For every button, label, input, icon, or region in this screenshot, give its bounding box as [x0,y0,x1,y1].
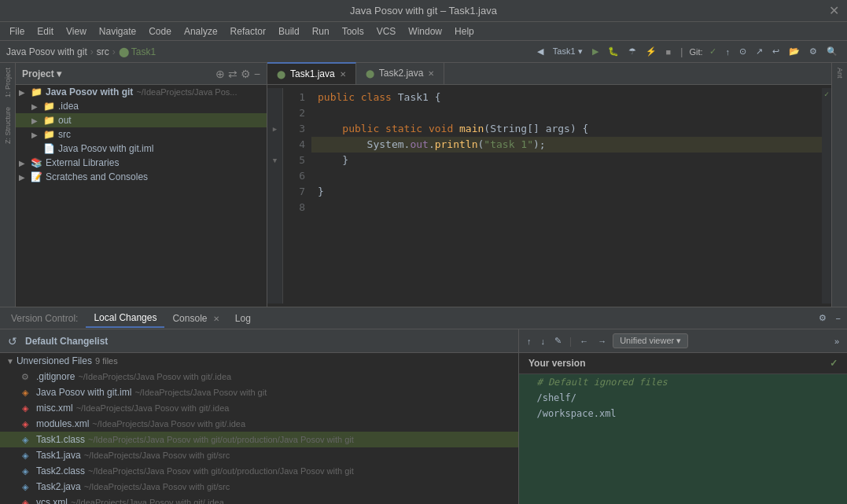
tab-close-task2[interactable]: ✕ [428,69,434,78]
ant-label[interactable]: Ant [834,63,845,83]
project-panel-title[interactable]: Project ▾ [22,68,61,79]
menu-tools[interactable]: Tools [336,24,370,39]
menu-help[interactable]: Help [448,24,481,39]
search-button[interactable]: 🔍 [823,45,841,58]
add-panel-icon[interactable]: ⊕ [215,68,225,80]
code-line-2 [311,105,822,121]
run-button[interactable]: ▶ [589,45,602,58]
right-strip: Ant [831,63,847,307]
profile-button[interactable]: ⚡ [643,45,660,58]
file-vcs-xml[interactable]: ◈ vcs.xml ~/IdeaProjects/Java Posov with… [0,495,518,504]
debug-button[interactable]: 🐛 [605,45,622,58]
code-line-8 [311,200,822,215]
code-line-6 [311,168,822,184]
menu-build[interactable]: Build [272,24,306,39]
git-check[interactable]: ✓ [706,45,720,58]
unversioned-header[interactable]: ▼ Unversioned Files 9 files [0,353,518,369]
vc-content: ↺ Default Changelist ▼ Unversioned Files… [0,329,847,504]
git-push[interactable]: ↗ [753,45,766,58]
close-button[interactable]: ✕ [829,3,839,18]
breadcrumb-src[interactable]: src [97,46,109,57]
code-content[interactable]: public class Task1 { public static void … [311,88,822,304]
file-tree: ▶ 📁 Java Posov with git ~/IdeaProjects/J… [16,85,267,307]
file-misc-xml[interactable]: ◈ misc.xml ~/IdeaProjects/Java Posov wit… [0,400,518,416]
back-button[interactable]: ◀ [534,45,547,58]
tab-task2[interactable]: ⬤ Task2.java ✕ [356,62,445,84]
task-dropdown[interactable]: Task1 ▾ [550,45,586,58]
file-gitignore[interactable]: ⚙ .gitignore ~/IdeaProjects/Java Posov w… [0,369,518,384]
menu-file[interactable]: File [3,24,31,39]
vc-minimize-btn[interactable]: − [833,311,844,325]
menu-edit[interactable]: Edit [31,24,60,39]
file-task2-class[interactable]: ◈ Task2.class ~/IdeaProjects/Java Posov … [0,463,518,479]
vc-tab-version-control[interactable]: Version Control: [3,310,86,327]
menu-vcs[interactable]: VCS [370,24,403,39]
file-modules-xml[interactable]: ◈ modules.xml ~/IdeaProjects/Java Posov … [0,416,518,432]
menu-view[interactable]: View [60,24,93,39]
tab-task1[interactable]: ⬤ Task1.java ✕ [267,62,356,84]
diff-next-btn[interactable]: → [595,335,609,348]
diff-version-header: Your version ✓ [519,353,847,374]
tree-out[interactable]: ▶ 📁 out [16,113,267,127]
menu-analyze[interactable]: Analyze [178,24,224,39]
file-gitignore-icon: ⚙ [19,370,31,383]
scroll-gutter: ✓ [822,88,831,304]
tree-iml[interactable]: ▶ 📄 Java Posov with git.iml [16,142,267,156]
project-panel-label[interactable]: 1: Project [2,63,13,102]
diff-up-btn[interactable]: ↑ [524,335,535,348]
editor-area: ⬤ Task1.java ✕ ⬤ Task2.java ✕ ▶ ▼ [267,63,831,307]
console-close-icon[interactable]: ✕ [213,315,219,323]
diff-line-3: /workspace.xml [519,406,847,421]
sync-panel-icon[interactable]: ⇄ [228,68,238,80]
tree-ext-libs[interactable]: ▶ 📚 External Libraries [16,156,267,170]
menu-refactor[interactable]: Refactor [224,24,272,39]
settings-panel-icon[interactable]: ⚙ [241,68,251,80]
tab-close-task1[interactable]: ✕ [340,70,346,79]
vc-tab-console[interactable]: Console ✕ [164,310,226,327]
git-undo[interactable]: ↩ [769,45,783,58]
unversioned-count: 9 files [95,356,118,366]
menu-code[interactable]: Code [142,24,178,39]
code-editor[interactable]: ▶ ▼ 1 2 3 4 5 6 7 8 public class Task1 { [267,85,831,307]
tree-scratches-arrow: ▶ [19,173,28,182]
coverage-button[interactable]: ☂ [625,45,639,58]
tree-root[interactable]: ▶ 📁 Java Posov with git ~/IdeaProjects/J… [16,85,267,99]
file-iml[interactable]: ◈ Java Posov with git.iml ~/IdeaProjects… [0,384,518,400]
window-title: Java Posov with git – Task1.java [350,5,497,17]
line-numbers: 1 2 3 4 5 6 7 8 [283,88,311,304]
vc-tab-local-changes[interactable]: Local Changes [86,309,164,328]
code-gutter: ▶ ▼ [267,88,283,304]
git-commit[interactable]: ⊙ [736,45,749,58]
diff-toolbar: ↑ ↓ ✎ | ← → Unified viewer ▾ » [519,329,847,353]
unversioned-label: Unversioned Files [17,355,92,366]
git-shelf[interactable]: 📂 [786,45,803,58]
code-line-1: public class Task1 { [311,90,822,105]
file-task1-class[interactable]: ◈ Task1.class ~/IdeaProjects/Java Posov … [0,432,518,447]
minimize-panel-icon[interactable]: − [254,68,260,80]
stop-button[interactable]: ■ [663,46,675,58]
diff-edit-btn[interactable]: ✎ [551,334,565,348]
file-task2-java[interactable]: ◈ Task2.java ~/IdeaProjects/Java Posov w… [0,479,518,495]
file-task2java-icon: ◈ [19,480,31,493]
unified-viewer-btn[interactable]: Unified viewer ▾ [613,333,688,348]
diff-prev-btn[interactable]: ← [576,335,591,348]
breadcrumb-project[interactable]: Java Posov with git [6,46,87,57]
diff-more-btn[interactable]: » [831,335,842,348]
settings-button[interactable]: ⚙ [806,45,820,58]
tree-scratches[interactable]: ▶ 📝 Scratches and Consoles [16,170,267,184]
file-task2class-icon: ◈ [19,465,31,477]
menu-run[interactable]: Run [306,24,336,39]
breadcrumb: Java Posov with git › src › ⬤ Task1 ◀ Ta… [0,41,847,63]
git-update[interactable]: ↑ [723,46,734,58]
tree-src[interactable]: ▶ 📁 src [16,127,267,142]
menu-window[interactable]: Window [402,24,448,39]
structure-panel-label[interactable]: Z: Structure [2,102,13,149]
diff-down-btn[interactable]: ↓ [538,335,549,348]
menu-navigate[interactable]: Navigate [93,24,142,39]
vc-settings-btn[interactable]: ⚙ [816,311,830,325]
file-task1-java[interactable]: ◈ Task1.java ~/IdeaProjects/Java Posov w… [0,447,518,463]
refresh-btn[interactable]: ↺ [5,333,20,349]
vc-tab-log[interactable]: Log [227,310,259,327]
breadcrumb-file[interactable]: ⬤ Task1 [119,46,156,57]
tree-idea[interactable]: ▶ 📁 .idea [16,99,267,113]
